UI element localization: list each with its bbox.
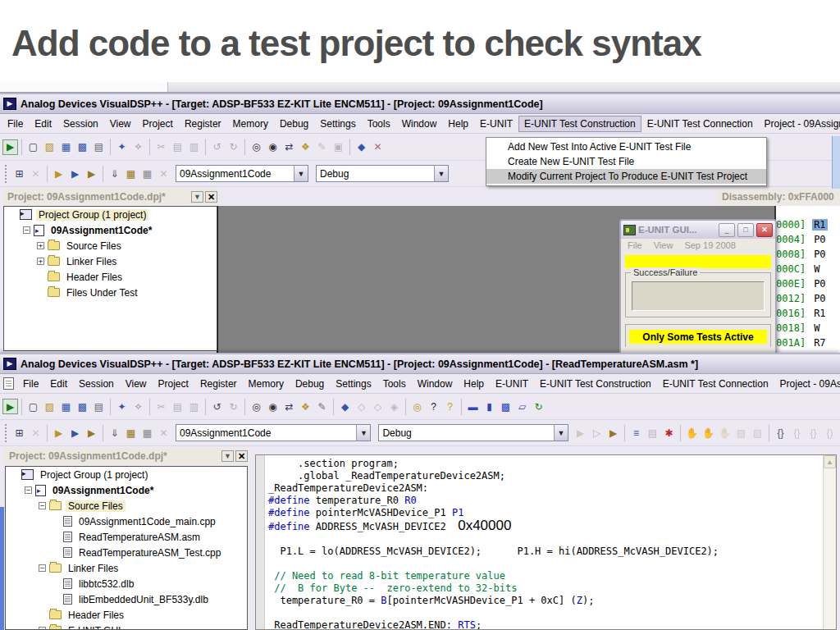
connect-session-icon[interactable]: ✦: [114, 139, 130, 155]
build-project-icon[interactable]: ▶: [67, 425, 83, 441]
tree-node-project-group-1-project-[interactable]: Project Group (1 project): [6, 467, 247, 482]
menu-item-e-unit-test-construction[interactable]: E-UNIT Test Construction: [518, 116, 641, 132]
replace-icon[interactable]: ⇄: [281, 139, 297, 155]
add-file-icon[interactable]: ⊞: [11, 425, 27, 441]
project-dependencies-icon[interactable]: ▷: [589, 425, 605, 441]
menu-item-tools[interactable]: Tools: [377, 376, 412, 392]
project-combobox[interactable]: 09Assignment1Code ▼: [176, 165, 308, 182]
find-in-files-icon[interactable]: ◉: [265, 399, 281, 414]
redo-icon[interactable]: ↻: [226, 399, 241, 414]
menu-item-help[interactable]: Help: [458, 376, 490, 392]
toggle-bookmark-icon[interactable]: ◆: [337, 399, 353, 414]
bookmark-icon[interactable]: ❖: [298, 399, 313, 414]
window2-titlebar[interactable]: ▶ Analog Devices VisualDSP++ - [Target: …: [0, 354, 840, 374]
remove-file-icon[interactable]: ✕: [28, 425, 43, 441]
tree-node-files-under-test[interactable]: Files Under Test: [4, 285, 217, 300]
save-all-icon[interactable]: ▩: [75, 139, 90, 155]
halt-hand3-icon[interactable]: ✋: [717, 425, 733, 441]
tree-node-project-group-1-project-[interactable]: Project Group (1 project): [4, 207, 217, 222]
menu-item-memory[interactable]: Memory: [243, 376, 290, 392]
menu-item-e-unit-test-connection[interactable]: E-UNIT Test Connection: [657, 376, 774, 392]
reset-target-icon[interactable]: ▶: [2, 139, 18, 155]
tree-node-libbtc532-dlb[interactable]: libbtc532.dlb: [6, 576, 247, 591]
replace-icon[interactable]: ⇄: [281, 399, 297, 414]
disconnect-session-icon[interactable]: ✧: [130, 139, 146, 155]
menu-item-project-09assignment1code[interactable]: Project - 09Assignment1Code: [759, 116, 840, 132]
build-stop-icon[interactable]: ▦: [123, 166, 139, 181]
menu-item-window[interactable]: Window: [396, 116, 443, 132]
save-file-icon[interactable]: ▦: [58, 139, 74, 155]
disassembly-line[interactable]: 0004]P0: [776, 232, 840, 247]
build-file-icon[interactable]: ▶: [51, 425, 66, 441]
disassembly-line[interactable]: 0000]R1: [776, 217, 840, 232]
paste-icon[interactable]: ▥: [186, 139, 202, 155]
halt-build-icon[interactable]: ✕: [156, 166, 171, 181]
window1-titlebar[interactable]: ▶ Analog Devices VisualDSP++ - [Target: …: [0, 94, 840, 114]
disassembly-line[interactable]: 0008]P0: [776, 247, 840, 262]
menu-item-register[interactable]: Register: [194, 376, 243, 392]
tree-expander-icon[interactable]: −: [25, 486, 32, 494]
step-out-icon[interactable]: {}: [806, 425, 821, 441]
undo-icon[interactable]: ↺: [209, 399, 225, 414]
open-file-icon[interactable]: ▨: [42, 399, 57, 414]
menu-item-project[interactable]: Project: [137, 116, 179, 132]
toolbar-grip[interactable]: [5, 424, 8, 442]
step-over-icon[interactable]: {}: [789, 425, 805, 441]
menu-item-help[interactable]: Help: [442, 116, 474, 132]
eunit-menu-item-view[interactable]: View: [654, 240, 673, 252]
menu-item-project[interactable]: Project: [153, 376, 194, 392]
cascade-windows-icon[interactable]: ▩: [498, 399, 514, 414]
redo-icon[interactable]: ↻: [226, 139, 241, 155]
tree-expander-icon[interactable]: −: [23, 226, 30, 234]
tree-expander-icon[interactable]: +: [37, 242, 44, 249]
pin-icon[interactable]: ◆: [354, 139, 369, 155]
clean-icon[interactable]: ▦: [139, 166, 155, 181]
menu-option-add-new-test-into-active-e-unit-test-file[interactable]: Add New Test Into Active E-UNIT Test Fil…: [486, 139, 766, 154]
next-bookmark-icon[interactable]: ◇: [354, 399, 369, 414]
menu-item-debug[interactable]: Debug: [290, 376, 330, 392]
cut-icon[interactable]: ✂: [153, 139, 169, 155]
browse-icon[interactable]: ✎: [314, 399, 330, 414]
build-project-icon[interactable]: ▶: [67, 166, 83, 181]
tree-node-source-files[interactable]: −Source Files: [6, 498, 247, 514]
add-file-icon[interactable]: ⊞: [11, 166, 27, 181]
pane-close-button[interactable]: ✕: [235, 450, 248, 462]
remove-file-icon[interactable]: ✕: [28, 166, 43, 181]
undo-icon[interactable]: ↺: [209, 139, 225, 155]
disassembly-line[interactable]: 0016]R1: [776, 306, 840, 321]
new-file-icon[interactable]: ▢: [25, 399, 41, 414]
find-symbol-icon[interactable]: ◎: [409, 399, 425, 414]
new-file-icon[interactable]: ▢: [25, 139, 41, 155]
halt-hand2-icon[interactable]: ✋: [701, 425, 716, 441]
tree-node-source-files[interactable]: +Source Files: [4, 238, 217, 253]
tree-expander-icon[interactable]: +: [39, 627, 46, 630]
tree-node-readtemperatureasm-test-cpp[interactable]: ReadTemperatureASM_Test.cpp: [6, 545, 247, 560]
menu-item-e-unit-test-connection[interactable]: E-UNIT Test Connection: [641, 116, 759, 132]
find-icon[interactable]: ◎: [249, 139, 264, 155]
pane-close-button[interactable]: ✕: [205, 191, 217, 203]
close-button[interactable]: ✕: [756, 223, 773, 237]
menu-item-edit[interactable]: Edit: [44, 376, 73, 392]
copy-icon[interactable]: ▤: [170, 399, 185, 414]
refresh-icon[interactable]: ↻: [531, 399, 546, 414]
chevron-down-icon[interactable]: ▼: [356, 425, 370, 441]
disassembly-line[interactable]: 001A]R7: [776, 336, 840, 350]
menu-item-tools[interactable]: Tools: [362, 116, 396, 132]
tree-expander-icon[interactable]: −: [39, 502, 46, 509]
rebuild-all-icon[interactable]: ▶: [84, 425, 99, 441]
clear-bookmarks-icon[interactable]: ◈: [386, 399, 402, 414]
find-icon[interactable]: ◎: [249, 399, 264, 414]
delete-trace-icon[interactable]: ▤: [645, 425, 660, 441]
tree-node-09assignment1code-[interactable]: −09Assignment1Code*: [4, 222, 217, 238]
tree-expander-icon[interactable]: −: [39, 564, 46, 572]
eunit-titlebar[interactable]: E-UNIT GUI... _ □ ✕: [621, 221, 775, 239]
goto-icon[interactable]: ▣: [331, 139, 346, 155]
open-file-icon[interactable]: ▨: [42, 139, 57, 155]
menu-item-register[interactable]: Register: [179, 116, 227, 132]
menu-item-e-unit-test-construction[interactable]: E-UNIT Test Construction: [534, 376, 657, 392]
context-help-icon[interactable]: ?: [426, 399, 441, 414]
format-code-icon[interactable]: ≡: [628, 425, 644, 441]
brush-icon[interactable]: ✱: [661, 425, 677, 441]
help-icon[interactable]: ?: [442, 399, 458, 414]
find-in-files-icon[interactable]: ◉: [265, 139, 281, 155]
